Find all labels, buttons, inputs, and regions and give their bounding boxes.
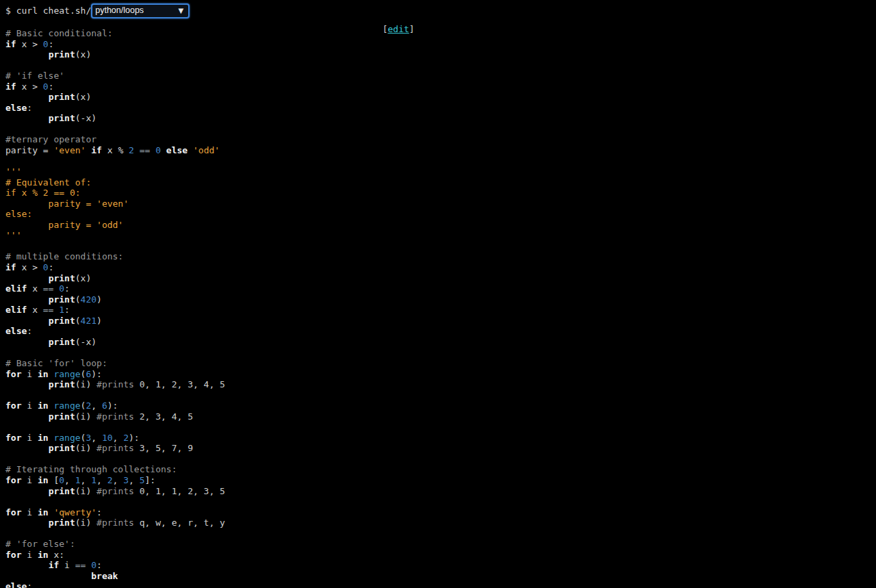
code-token: q, w, e, r, t, y — [140, 517, 225, 528]
code-line — [5, 241, 225, 252]
topic-select-value: python/loops — [95, 6, 144, 15]
code-token: # 'if else' — [5, 71, 64, 81]
code-token: : — [27, 326, 32, 336]
edit-link-group: [edit] — [372, 14, 415, 34]
code-token: if — [5, 39, 16, 49]
code-token: ) — [96, 294, 102, 305]
code-token: , — [81, 475, 92, 485]
code-token: 0, 1, 1, 2, 3, 5 — [140, 486, 225, 496]
code-token: ): — [129, 433, 140, 443]
code-token: parity = 'even' — [5, 199, 129, 209]
code-token: 10 — [102, 433, 113, 443]
code-token: 0 — [59, 475, 64, 485]
code-token: 2, 3, 4, 5 — [140, 411, 193, 422]
code-token: (x) — [75, 49, 91, 60]
code-token: print — [49, 486, 75, 496]
code-line: # multiple conditions: — [5, 251, 225, 262]
code-token: 0 — [43, 81, 49, 92]
code-line: print(-x) — [5, 113, 225, 124]
code-token: 5 — [140, 475, 145, 485]
code-line: for i in [0, 1, 1, 2, 3, 5]: — [5, 475, 225, 486]
code-token: 0 — [59, 283, 64, 294]
code-token — [161, 145, 166, 155]
edit-link[interactable]: edit — [387, 24, 409, 34]
code-token: in — [38, 475, 49, 485]
code-token: range — [53, 433, 80, 443]
edit-close-bracket: ] — [409, 24, 415, 34]
code-token: x % — [102, 145, 129, 155]
code-token: : — [49, 262, 54, 272]
topic-select[interactable]: python/loops ▼ — [91, 3, 190, 18]
code-token: else — [5, 103, 27, 113]
code-token: #prints — [96, 379, 140, 389]
code-token: 'qwerty' — [53, 507, 96, 517]
code-token: in — [38, 400, 49, 411]
code-line: #ternary operator — [5, 134, 225, 145]
code-token — [5, 113, 49, 123]
code-line: if x % 2 == 0: — [5, 188, 225, 199]
code-token: 'even' — [53, 145, 86, 155]
code-token: parity = 'odd' — [5, 220, 123, 230]
code-token: : — [64, 283, 70, 294]
code-token: 2 — [107, 475, 113, 485]
code-token: else — [166, 145, 188, 155]
code-token: print — [49, 273, 75, 283]
code-token: parity = — [5, 145, 53, 155]
code-token: elif — [5, 305, 27, 315]
code-token: print — [49, 316, 75, 326]
code-token: (x) — [75, 92, 91, 102]
code-token: [ — [49, 475, 60, 485]
code-token: 0 — [43, 39, 49, 49]
code-line: print(i) #prints 0, 1, 1, 2, 3, 5 — [5, 486, 225, 497]
code-token: 6 — [102, 400, 107, 411]
code-token: x > — [16, 262, 43, 272]
code-token: == — [43, 283, 54, 294]
code-token — [188, 145, 193, 155]
code-token: ''' — [5, 166, 21, 177]
code-token: (i) — [75, 411, 96, 422]
code-token: else: — [5, 209, 32, 219]
code-token — [5, 273, 49, 283]
shell-prompt: $ curl cheat.sh/ — [5, 5, 91, 16]
code-line: print(x) — [5, 273, 225, 284]
code-token: == — [43, 305, 54, 315]
code-token: i — [21, 369, 37, 379]
code-line: print(421) — [5, 316, 225, 327]
code-line: else: — [5, 326, 225, 337]
code-line — [5, 124, 225, 135]
code-token: print — [49, 379, 75, 389]
code-line: print(i) #prints 3, 5, 7, 9 — [5, 443, 225, 454]
code-token: print — [49, 411, 75, 422]
code-line: parity = 'even' — [5, 199, 225, 209]
code-token: print — [49, 517, 75, 528]
code-line — [5, 528, 225, 539]
code-token: 3 — [123, 475, 129, 485]
code-line: for i in 'qwerty': — [5, 507, 225, 518]
code-token: #prints — [96, 411, 140, 422]
code-line: # 'if else' — [5, 71, 225, 81]
code-token: in — [38, 550, 49, 560]
code-token: print — [49, 92, 75, 102]
code-line: parity = 'even' if x % 2 == 0 else 'odd' — [5, 145, 225, 156]
code-token: # Iterating through collections: — [5, 464, 177, 474]
code-line: print(i) #prints 2, 3, 4, 5 — [5, 411, 225, 422]
code-token: (-x) — [75, 113, 96, 123]
code-token: , — [113, 475, 124, 485]
code-token: x — [27, 283, 42, 294]
code-line: if x > 0: — [5, 39, 225, 50]
code-token: if x % 2 == 0: — [5, 188, 81, 198]
code-line: # 'for else': — [5, 539, 225, 550]
code-token — [150, 145, 155, 155]
code-token: , — [96, 475, 107, 485]
code-token: print — [49, 337, 75, 347]
code-token: ]: — [145, 475, 156, 485]
code-token: ): — [107, 400, 118, 411]
code-line: # Equivalent of: — [5, 177, 225, 188]
code-line — [5, 496, 225, 507]
code-token: for — [5, 507, 21, 517]
code-line: print(i) #prints 0, 1, 2, 3, 4, 5 — [5, 379, 225, 390]
code-token: : — [96, 507, 102, 517]
code-token: print — [49, 294, 75, 305]
code-line — [5, 422, 225, 433]
code-token: 2 — [129, 145, 134, 155]
